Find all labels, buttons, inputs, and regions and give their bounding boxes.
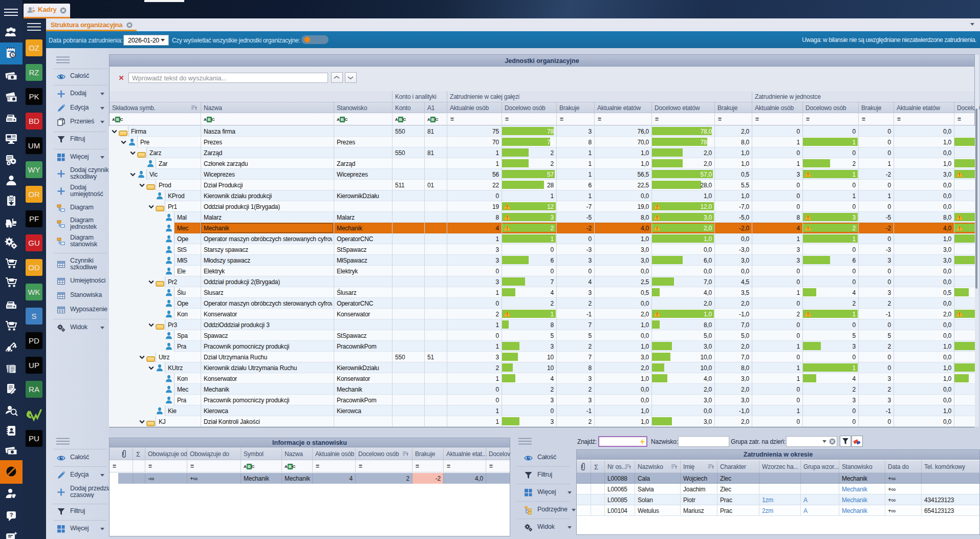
svg-text:?: ? (10, 512, 13, 518)
